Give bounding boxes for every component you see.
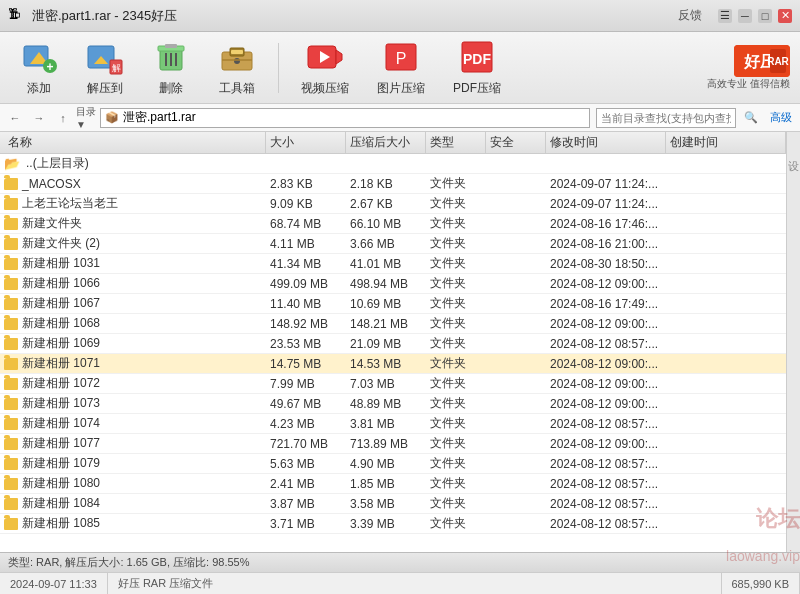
addr-folder-icon: 📦	[105, 111, 119, 124]
file-name: 新建相册 1066	[0, 274, 266, 293]
file-size: 3.71 MB	[266, 514, 346, 533]
file-created	[666, 214, 786, 233]
table-row[interactable]: 新建相册 103141.34 MB41.01 MB文件夹2024-08-30 1…	[0, 254, 786, 274]
table-row[interactable]: 上老王论坛当老王9.09 KB2.67 KB文件夹2024-09-07 11:2…	[0, 194, 786, 214]
file-created	[666, 354, 786, 373]
file-created	[666, 434, 786, 453]
file-type: 文件夹	[426, 314, 486, 333]
folder-icon	[4, 458, 18, 470]
toolbox-icon	[218, 38, 256, 76]
file-created	[666, 294, 786, 313]
file-modified: 2024-08-12 09:00:...	[546, 374, 666, 393]
file-created	[666, 514, 786, 533]
file-modified: 2024-08-12 08:57:...	[546, 334, 666, 353]
file-name: 📂..(上层目录)	[0, 154, 266, 173]
table-row[interactable]: 新建相册 10744.23 MB3.81 MB文件夹2024-08-12 08:…	[0, 414, 786, 434]
table-row[interactable]: 新建相册 10727.99 MB7.03 MB文件夹2024-08-12 09:…	[0, 374, 786, 394]
logo-subtitle: 高效专业 值得信赖	[707, 77, 790, 91]
col-modified[interactable]: 修改时间	[546, 132, 666, 153]
minimize-btn[interactable]: ─	[738, 9, 752, 23]
extract-button[interactable]: 解 解压到	[76, 34, 134, 101]
parent-icon: 📂	[4, 156, 20, 171]
file-type: 文件夹	[426, 374, 486, 393]
table-row[interactable]: 新建相册 10853.71 MB3.39 MB文件夹2024-08-12 08:…	[0, 514, 786, 534]
feedback-btn[interactable]: 反馈	[674, 5, 706, 26]
win-controls: ☰ ─ □ ✕	[718, 9, 792, 23]
file-compressed: 148.21 MB	[346, 314, 426, 333]
table-row[interactable]: 新建相册 10795.63 MB4.90 MB文件夹2024-08-12 08:…	[0, 454, 786, 474]
folder-icon	[4, 478, 18, 490]
file-safe	[486, 174, 546, 193]
pdf-compress-label: PDF压缩	[453, 80, 501, 97]
file-compressed: 66.10 MB	[346, 214, 426, 233]
file-type: 文件夹	[426, 334, 486, 353]
table-row[interactable]: 新建相册 1068148.92 MB148.21 MB文件夹2024-08-12…	[0, 314, 786, 334]
file-safe	[486, 274, 546, 293]
file-compressed: 3.39 MB	[346, 514, 426, 533]
file-type	[426, 154, 486, 173]
table-row[interactable]: 新建相册 10843.87 MB3.58 MB文件夹2024-08-12 08:…	[0, 494, 786, 514]
toolbox-button[interactable]: 工具箱	[208, 34, 266, 101]
file-compressed: 3.81 MB	[346, 414, 426, 433]
col-name[interactable]: 名称	[0, 132, 266, 153]
file-modified: 2024-08-12 08:57:...	[546, 494, 666, 513]
col-size[interactable]: 大小	[266, 132, 346, 153]
add-button[interactable]: + 添加	[10, 34, 68, 101]
file-created	[666, 234, 786, 253]
table-row[interactable]: 新建相册 10802.41 MB1.85 MB文件夹2024-08-12 08:…	[0, 474, 786, 494]
add-label: 添加	[27, 80, 51, 97]
table-row[interactable]: 新建相册 107114.75 MB14.53 MB文件夹2024-08-12 0…	[0, 354, 786, 374]
search-input[interactable]	[596, 108, 736, 128]
pdf-compress-button[interactable]: PDF PDF压缩	[443, 34, 511, 101]
file-compressed	[346, 154, 426, 173]
folder-icon	[4, 278, 18, 290]
image-compress-button[interactable]: P 图片压缩	[367, 34, 435, 101]
col-compressed[interactable]: 压缩后大小	[346, 132, 426, 153]
file-compressed: 21.09 MB	[346, 334, 426, 353]
file-safe	[486, 414, 546, 433]
dir-dropdown-btn[interactable]: 目录▼	[76, 107, 98, 129]
table-row[interactable]: 新建相册 106923.53 MB21.09 MB文件夹2024-08-12 0…	[0, 334, 786, 354]
back-btn[interactable]: ←	[4, 107, 26, 129]
col-safe[interactable]: 安全	[486, 132, 546, 153]
table-row[interactable]: 新建相册 106711.40 MB10.69 MB文件夹2024-08-16 1…	[0, 294, 786, 314]
col-created[interactable]: 创建时间	[666, 132, 786, 153]
file-compressed: 10.69 MB	[346, 294, 426, 313]
address-input[interactable]: 📦 泄密.part1.rar	[100, 108, 590, 128]
file-compressed: 48.89 MB	[346, 394, 426, 413]
table-row[interactable]: 新建文件夹 (2)4.11 MB3.66 MB文件夹2024-08-16 21:…	[0, 234, 786, 254]
folder-icon	[4, 298, 18, 310]
search-button[interactable]: 🔍	[740, 110, 762, 125]
table-row[interactable]: 新建相册 1066499.09 MB498.94 MB文件夹2024-08-12…	[0, 274, 786, 294]
image-icon: P	[382, 38, 420, 76]
folder-icon	[4, 498, 18, 510]
file-compressed: 2.18 KB	[346, 174, 426, 193]
close-btn[interactable]: ✕	[778, 9, 792, 23]
file-safe	[486, 194, 546, 213]
svg-text:P: P	[396, 50, 407, 67]
table-row[interactable]: 新建文件夹68.74 MB66.10 MB文件夹2024-08-16 17:46…	[0, 214, 786, 234]
table-row[interactable]: 📂..(上层目录)	[0, 154, 786, 174]
file-name: 新建相册 1084	[0, 494, 266, 513]
file-safe	[486, 294, 546, 313]
table-row[interactable]: _MACOSX2.83 KB2.18 KB文件夹2024-09-07 11:24…	[0, 174, 786, 194]
maximize-btn[interactable]: □	[758, 9, 772, 23]
file-type: 文件夹	[426, 414, 486, 433]
file-name: 新建相册 1031	[0, 254, 266, 273]
file-compressed: 3.58 MB	[346, 494, 426, 513]
file-safe	[486, 314, 546, 333]
file-compressed: 713.89 MB	[346, 434, 426, 453]
file-type: 文件夹	[426, 514, 486, 533]
advanced-btn[interactable]: 高级	[766, 109, 796, 126]
file-modified: 2024-08-16 17:49:...	[546, 294, 666, 313]
forward-btn[interactable]: →	[28, 107, 50, 129]
delete-button[interactable]: 删除	[142, 34, 200, 101]
up-btn[interactable]: ↑	[52, 107, 74, 129]
col-type[interactable]: 类型	[426, 132, 486, 153]
table-row[interactable]: 新建相册 107349.67 MB48.89 MB文件夹2024-08-12 0…	[0, 394, 786, 414]
file-modified: 2024-09-07 11:24:...	[546, 194, 666, 213]
file-type: 文件夹	[426, 294, 486, 313]
table-row[interactable]: 新建相册 1077721.70 MB713.89 MB文件夹2024-08-12…	[0, 434, 786, 454]
menu-btn[interactable]: ☰	[718, 9, 732, 23]
video-compress-button[interactable]: 视频压缩	[291, 34, 359, 101]
